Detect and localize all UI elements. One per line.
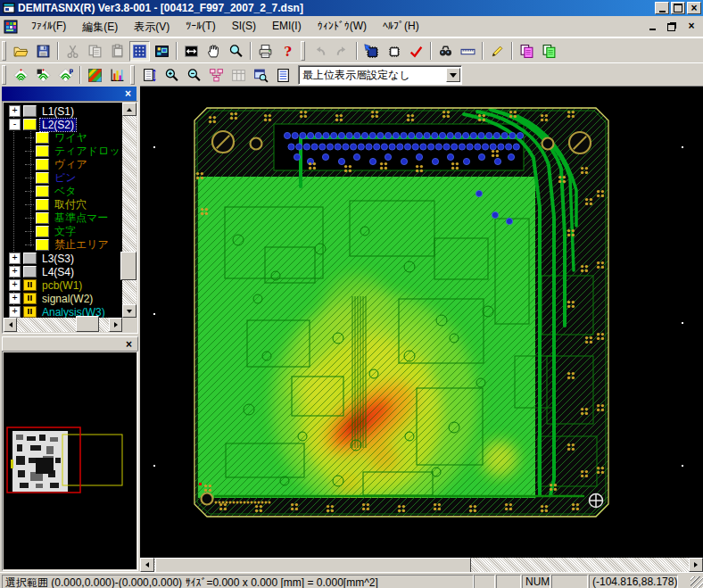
paste-button[interactable] xyxy=(107,41,128,62)
top-layer-display-combobox[interactable]: 最上位表示層設定なし xyxy=(298,65,462,85)
layer-checkbox[interactable] xyxy=(36,199,49,211)
menu-item-0[interactable]: ﾌｧｲﾙ(F) xyxy=(23,17,74,37)
document-icon[interactable] xyxy=(4,20,18,34)
menu-item-1[interactable]: 編集(E) xyxy=(74,17,126,37)
tree-item-[interactable]: 文字 xyxy=(4,225,122,238)
tree-hscroll-track[interactable] xyxy=(4,318,122,332)
tree-item-[interactable]: 取付穴 xyxy=(4,198,122,211)
layer-panel-close-icon[interactable]: × xyxy=(122,88,134,99)
layer-checkbox[interactable] xyxy=(36,172,49,184)
zoom-button[interactable] xyxy=(226,41,246,62)
save-button[interactable] xyxy=(33,41,54,62)
layer-checkbox[interactable] xyxy=(23,119,37,130)
layer-window-icon[interactable] xyxy=(23,279,37,291)
layer-window-icon[interactable] xyxy=(23,293,37,304)
tree-item-pcbw1[interactable]: +pcb(W1) xyxy=(4,278,122,292)
menu-item-2[interactable]: 表示(V) xyxy=(126,17,178,37)
layer-checkbox[interactable] xyxy=(23,105,37,117)
layer-checkbox[interactable] xyxy=(36,212,49,224)
layer-checkbox[interactable] xyxy=(23,266,37,277)
tree-scroll-down-icon[interactable] xyxy=(122,304,136,318)
tree-item-label[interactable]: signal(W2) xyxy=(40,293,95,305)
tree-item-[interactable]: ティアドロッ xyxy=(4,145,122,158)
zoom-in-button[interactable] xyxy=(161,65,182,86)
tree-item-label[interactable]: 禁止エリア xyxy=(53,237,111,253)
layer-stack-filter-button[interactable] xyxy=(33,65,54,86)
pan-hand-button[interactable] xyxy=(203,41,224,62)
close-button[interactable]: × xyxy=(687,2,701,14)
tree-scroll-right-icon[interactable] xyxy=(109,318,122,332)
help-button[interactable]: ? xyxy=(277,41,298,62)
expand-icon[interactable]: + xyxy=(9,279,21,291)
tree-item-analysisw3[interactable]: +Analysis(W3) xyxy=(4,305,122,318)
tree-item-label[interactable]: L2(S2) xyxy=(40,119,76,131)
menu-item-5[interactable]: EMI(I) xyxy=(264,17,310,37)
menu-item-7[interactable]: ﾍﾙﾌﾟ(H) xyxy=(375,17,427,37)
redo-button[interactable] xyxy=(332,41,352,62)
tree-item-[interactable]: 基準点マー xyxy=(4,211,122,225)
resize-grip[interactable] xyxy=(691,576,703,588)
tree-scroll-up-icon[interactable] xyxy=(122,103,136,116)
layer-panel-titlebar[interactable]: × xyxy=(2,87,136,101)
tree-item-[interactable]: ピン xyxy=(4,171,122,185)
layer-stack-button[interactable] xyxy=(11,65,31,86)
fit-view-button[interactable] xyxy=(181,41,202,62)
menu-item-4[interactable]: SI(S) xyxy=(224,17,264,37)
layer-checkbox[interactable] xyxy=(36,132,49,144)
minimize-button[interactable] xyxy=(655,2,669,14)
mdi-restore-button[interactable] xyxy=(666,20,678,32)
copy-button[interactable] xyxy=(85,41,105,62)
chip-import-button[interactable] xyxy=(361,41,382,62)
expand-icon[interactable]: + xyxy=(9,266,21,277)
layer-stack-p-button[interactable]: P xyxy=(55,65,76,86)
tree-item-l2s2[interactable]: -L2(S2) xyxy=(4,118,122,131)
overview-map[interactable] xyxy=(4,352,136,569)
expand-icon[interactable]: + xyxy=(9,293,21,304)
combobox-dropdown-button[interactable] xyxy=(446,68,460,82)
layer-checkbox[interactable] xyxy=(36,145,49,157)
cut-button[interactable] xyxy=(62,41,83,62)
pcb-canvas[interactable] xyxy=(140,86,703,559)
table-grid-button[interactable] xyxy=(228,65,249,86)
overview-panel-close-icon[interactable]: × xyxy=(123,339,135,350)
report-button[interactable] xyxy=(273,65,294,86)
print-button[interactable] xyxy=(255,41,276,62)
zoom-out-button[interactable] xyxy=(184,65,204,86)
collapse-icon[interactable]: - xyxy=(9,119,21,130)
layer-doc-button[interactable] xyxy=(139,65,160,86)
maximize-button[interactable] xyxy=(671,2,685,14)
layer-tree[interactable]: +L1(S1)-L2(S2)ワイヤティアドロッヴィアピンベタ取付穴基準点マー文字… xyxy=(4,103,122,318)
canvas-scroll-right-icon[interactable] xyxy=(689,558,703,572)
find-button[interactable] xyxy=(435,41,456,62)
measure-button[interactable] xyxy=(458,41,478,62)
display-mode-button[interactable] xyxy=(152,41,172,62)
toolbar-gripper[interactable] xyxy=(2,41,6,61)
tree-item-label[interactable]: L1(S1) xyxy=(40,105,76,118)
expand-icon[interactable]: + xyxy=(9,105,21,117)
mdi-close-button[interactable]: × xyxy=(685,20,698,32)
tree-item-l3s3[interactable]: +L3(S3) xyxy=(4,252,122,265)
copy-doc-magenta-button[interactable] xyxy=(517,41,537,62)
toolbar-gripper[interactable] xyxy=(2,65,6,85)
tree-item-l4s4[interactable]: +L4(S4) xyxy=(4,265,122,278)
expand-icon[interactable]: + xyxy=(9,253,21,264)
tree-hscroll-thumb[interactable] xyxy=(76,316,99,332)
pencil-button[interactable] xyxy=(487,41,508,62)
bar-chart-button[interactable] xyxy=(107,65,128,86)
tree-item-[interactable]: ヴィア xyxy=(4,158,122,171)
toolbar-gripper[interactable] xyxy=(130,65,135,85)
layer-checkbox[interactable] xyxy=(36,159,49,170)
tree-vscroll-track[interactable] xyxy=(122,103,136,318)
layer-window-icon[interactable] xyxy=(23,306,37,318)
tree-item-l1s1[interactable]: +L1(S1) xyxy=(4,104,122,118)
tree-item-[interactable]: ベタ xyxy=(4,185,122,198)
tree-scroll-left-icon[interactable] xyxy=(4,318,17,332)
chip-outline-button[interactable] xyxy=(384,41,404,62)
view-search-button[interactable] xyxy=(251,65,271,86)
layer-checkbox[interactable] xyxy=(36,226,49,237)
open-button[interactable] xyxy=(11,41,31,62)
undo-button[interactable] xyxy=(310,41,330,62)
toolbar-gripper[interactable] xyxy=(301,41,305,61)
grid-toggle-button[interactable] xyxy=(129,41,150,62)
mdi-minimize-button[interactable] xyxy=(646,20,658,32)
